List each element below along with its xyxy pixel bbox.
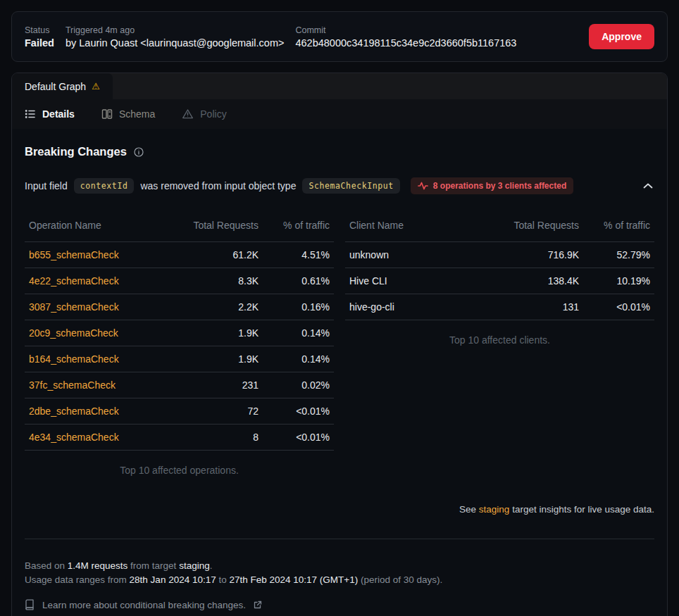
learn-more-label: Learn more about conditional breaking ch… [42,600,246,610]
commit-block: Commit 462b48000c34198115c34e9c2d3660f5b… [295,25,516,49]
warning-triangle-icon [182,108,194,120]
traffic-cell: <0.01% [263,425,334,451]
traffic-cell: <0.01% [583,294,654,320]
triggered-label: Triggered 4m ago [66,25,285,35]
input-type-chip: SchemaCheckInput [302,178,399,194]
traffic-cell: 4.51% [263,242,334,268]
requests-cell: 131 [500,294,584,320]
clients-header-row: Client Name Total Requests % of traffic [345,213,654,242]
operation-link[interactable]: 20c9_schemaCheck [25,320,180,346]
usage-text: to [216,574,230,585]
pulse-icon [418,182,428,190]
table-row: Hive CLI 138.4K 10.19% [345,268,654,294]
client-name-cell: Hive CLI [345,268,500,294]
col-pct-traffic: % of traffic [263,213,334,242]
change-text-prefix: Input field [25,180,68,191]
requests-cell: 231 [180,372,263,398]
table-row: 4e34_schemaCheck 8 <0.01% [25,425,334,451]
col-client-name: Client Name [345,213,500,242]
client-name-cell: unknown [345,242,500,268]
requests-cell: 72 [180,398,263,425]
schema-panes-icon [101,108,113,120]
requests-cell: 2.2K [180,294,263,320]
requests-cell: 716.9K [500,242,584,268]
requests-cell: 1.9K [180,320,263,346]
commit-hash: 462b48000c34198115c34e9c2d3660f5b1167163 [295,37,516,49]
usage-text: from target [127,560,179,571]
tab-default-graph[interactable]: Default Graph ⚠ [12,73,113,99]
clients-table: Client Name Total Requests % of traffic … [345,213,654,320]
chevron-up-icon[interactable] [642,182,654,190]
range-end-date: 27th Feb 2024 10:17 (GMT+1) [229,574,358,585]
col-operation-name: Operation Name [25,213,180,242]
operation-link[interactable]: 4e22_schemaCheck [25,268,180,294]
triggered-author: by Laurin Quast <laurinquast@googlemail.… [66,37,285,49]
insights-note-pre: See [459,504,479,515]
insights-note-post: target insights for live usage data. [509,504,654,515]
commit-label: Commit [295,25,516,35]
operation-link[interactable]: 3087_schemaCheck [25,294,180,320]
operation-link[interactable]: 4e34_schemaCheck [25,425,180,451]
affected-tables: Operation Name Total Requests % of traff… [25,213,654,476]
traffic-cell: 0.14% [263,346,334,372]
triggered-block: Triggered 4m ago by Laurin Quast <laurin… [66,25,285,49]
tab-policy-label: Policy [200,108,226,120]
operation-link[interactable]: 37fc_schemaCheck [25,372,180,398]
operation-link[interactable]: 2dbe_schemaCheck [25,398,180,425]
traffic-cell: 0.14% [263,320,334,346]
affected-operations-badge[interactable]: 8 operations by 3 clients affected [411,177,573,194]
operations-header-row: Operation Name Total Requests % of traff… [25,213,334,242]
table-row: 37fc_schemaCheck 231 0.02% [25,372,334,398]
learn-more-link[interactable]: Learn more about conditional breaking ch… [25,599,654,610]
table-row: 4e22_schemaCheck 8.3K 0.61% [25,268,334,294]
table-row: unknown 716.9K 52.79% [345,242,654,268]
table-row: hive-go-cli 131 <0.01% [345,294,654,320]
usage-text: Based on [25,560,68,571]
table-row: b655_schemaCheck 61.2K 4.51% [25,242,334,268]
staging-target-link[interactable]: staging [479,504,510,515]
removed-field-chip: contextId [74,178,135,194]
external-link-icon [254,601,262,609]
breaking-changes-heading: Breaking Changes [25,145,654,158]
list-icon [25,108,36,120]
approve-button[interactable]: Approve [589,24,654,49]
request-count: 1.4M requests [68,560,128,571]
book-icon [25,599,35,610]
tab-policy[interactable]: Policy [182,108,226,120]
table-row: 20c9_schemaCheck 1.9K 0.14% [25,320,334,346]
status-value: Failed [25,37,54,49]
clients-caption: Top 10 affected clients. [345,334,654,346]
target-name: staging [179,560,210,571]
operations-caption: Top 10 affected operations. [25,465,334,476]
table-row: 3087_schemaCheck 2.2K 0.16% [25,294,334,320]
info-icon[interactable] [134,147,144,157]
tab-schema[interactable]: Schema [101,108,155,120]
breaking-change-accordion[interactable]: Input field contextId was removed from i… [25,177,654,194]
traffic-cell: 10.19% [583,268,654,294]
requests-cell: 8 [180,425,263,451]
insights-note: See staging target insights for live usa… [25,504,654,515]
operation-link[interactable]: b164_schemaCheck [25,346,180,372]
graph-warning-icon: ⚠ [92,82,100,91]
col-pct-traffic: % of traffic [583,213,654,242]
graph-tab-label: Default Graph [25,81,86,92]
usage-summary-line2: Usage data ranges from 28th Jan 2024 10:… [25,573,654,587]
tab-details[interactable]: Details [25,108,75,120]
traffic-cell: 0.02% [263,372,334,398]
requests-cell: 138.4K [500,268,584,294]
check-details-body: Breaking Changes Input field contextId w… [12,145,667,616]
graph-tab-strip: Default Graph ⚠ [12,73,667,99]
usage-text: Usage data ranges from [25,574,130,585]
operations-table-wrap: Operation Name Total Requests % of traff… [25,213,334,476]
range-start-date: 28th Jan 2024 10:17 [130,574,216,585]
status-block: Status Failed [25,25,54,49]
requests-cell: 61.2K [180,242,263,268]
traffic-cell: 52.79% [583,242,654,268]
table-row: 2dbe_schemaCheck 72 <0.01% [25,398,334,425]
col-total-requests: Total Requests [180,213,263,242]
check-status-card: Status Failed Triggered 4m ago by Laurin… [11,11,668,62]
status-label: Status [25,25,54,35]
requests-cell: 8.3K [180,268,263,294]
operation-link[interactable]: b655_schemaCheck [25,242,180,268]
usage-summary: Based on 1.4M requests from target stagi… [25,559,654,587]
